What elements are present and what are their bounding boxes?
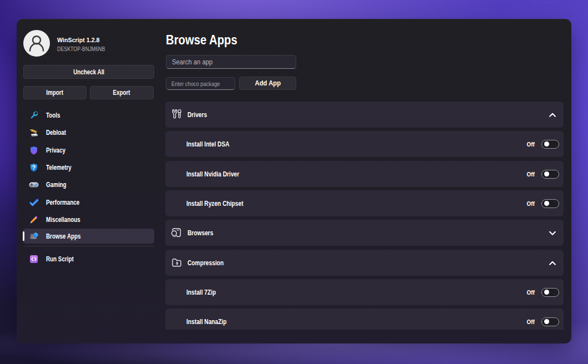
svg-text:?: ? bbox=[32, 164, 36, 170]
